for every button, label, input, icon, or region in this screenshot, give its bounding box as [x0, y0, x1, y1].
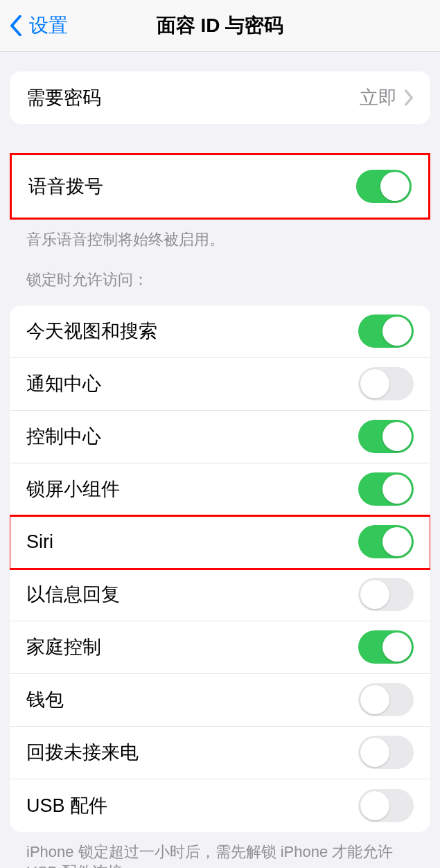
back-button[interactable]: 设置: [0, 12, 68, 39]
lock-access-row[interactable]: Siri: [10, 516, 430, 569]
lock-access-group: 今天视图和搜索通知中心控制中心锁屏小组件Siri以信息回复家庭控制钱包回拨未接来…: [10, 305, 430, 832]
lock-access-row[interactable]: 家庭控制: [10, 621, 430, 674]
lock-access-item-label: Siri: [26, 531, 53, 553]
lock-access-item-label: 通知中心: [26, 371, 101, 396]
lock-access-row[interactable]: 今天视图和搜索: [10, 305, 430, 358]
lock-access-row[interactable]: 钱包: [10, 674, 430, 727]
lock-access-toggle[interactable]: [358, 472, 414, 506]
navigation-bar: 设置 面容 ID 与密码: [0, 0, 440, 52]
lock-access-row[interactable]: 回拨未接来电: [10, 727, 430, 779]
lock-access-toggle[interactable]: [358, 315, 414, 348]
lock-access-row[interactable]: 通知中心: [10, 358, 430, 411]
voice-dial-toggle[interactable]: [356, 170, 412, 203]
require-passcode-row[interactable]: 需要密码 立即: [10, 71, 430, 124]
back-label: 设置: [29, 12, 68, 39]
lock-access-footer: iPhone 锁定超过一小时后，需先解锁 iPhone 才能允许 USB 配件连…: [10, 832, 430, 868]
voice-dial-row[interactable]: 语音拨号: [12, 155, 428, 218]
lock-access-item-label: 钱包: [26, 687, 64, 712]
lock-access-item-label: 家庭控制: [26, 635, 101, 659]
require-passcode-label: 需要密码: [26, 85, 101, 110]
lock-access-toggle[interactable]: [358, 736, 414, 769]
require-passcode-value: 立即: [360, 85, 397, 110]
voice-dial-label: 语音拨号: [28, 174, 103, 199]
lock-access-item-label: 控制中心: [26, 424, 101, 449]
lock-access-row[interactable]: 控制中心: [10, 411, 430, 463]
lock-access-item-label: 锁屏小组件: [26, 477, 120, 502]
lock-access-toggle[interactable]: [358, 789, 414, 822]
lock-access-toggle[interactable]: [358, 683, 414, 716]
lock-access-item-label: 以信息回复: [26, 582, 120, 607]
lock-access-toggle[interactable]: [358, 630, 414, 664]
voice-dial-highlight: 语音拨号: [10, 153, 430, 220]
lock-access-header: 锁定时允许访问：: [10, 250, 430, 293]
passcode-group: 需要密码 立即: [10, 71, 430, 124]
lock-access-row[interactable]: 锁屏小组件: [10, 463, 430, 516]
lock-access-toggle[interactable]: [358, 578, 414, 611]
lock-access-toggle[interactable]: [358, 525, 414, 558]
lock-access-toggle[interactable]: [358, 367, 414, 400]
lock-access-item-label: 今天视图和搜索: [26, 319, 157, 344]
lock-access-item-label: 回拨未接来电: [26, 740, 139, 765]
lock-access-row[interactable]: USB 配件: [10, 779, 430, 832]
voice-dial-footer: 音乐语音控制将始终被启用。: [10, 220, 430, 250]
lock-access-row[interactable]: 以信息回复: [10, 569, 430, 621]
chevron-left-icon: [10, 15, 22, 36]
chevron-right-icon: [404, 89, 414, 106]
lock-access-toggle[interactable]: [358, 420, 414, 453]
lock-access-item-label: USB 配件: [26, 793, 107, 818]
